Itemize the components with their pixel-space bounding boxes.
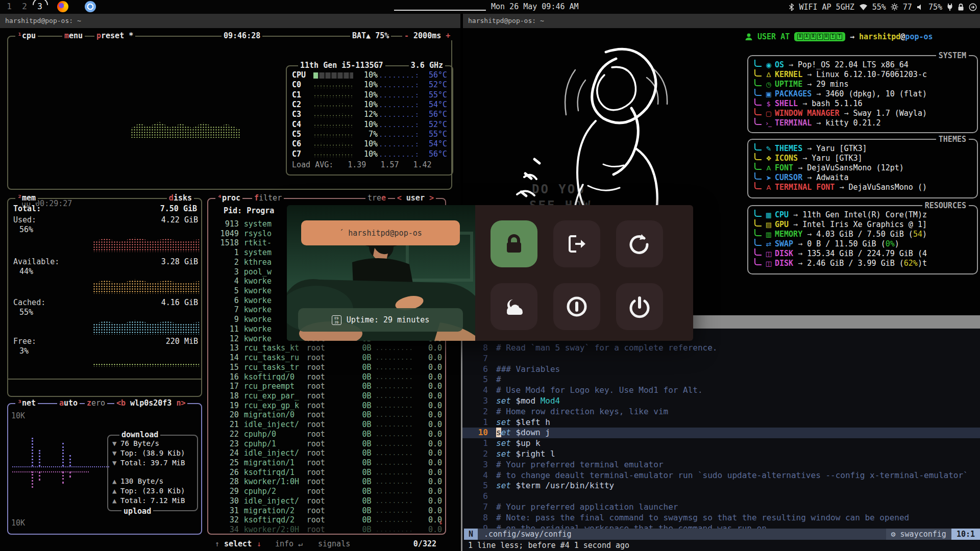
suspend-button[interactable] [491,283,537,330]
firefox-icon[interactable] [57,1,68,12]
process-row[interactable]: 13 rcu_tasks_kt root 0B ......... 0.0 [210,343,442,353]
vim-line[interactable]: 3 # Your preferred terminal emulator [462,460,980,470]
btop-cpu-label[interactable]: ¹cpu [15,31,38,40]
vim-statusline: N .config/sway/config ⚙ swayconfig 10:1 [464,529,980,540]
process-row[interactable]: 17 rcu_preempt root 0B ......... 0.0 [210,382,442,391]
process-row[interactable]: 14 rcu_tasks_ru root 0B ......... 0.0 [210,353,442,363]
right-terminal-titlebar[interactable]: harshitpd@pop-os: ~ [463,14,980,28]
vim-line[interactable]: 2 set $right l [462,449,980,460]
process-row[interactable]: 29 cpuhp/2 root 0B ......... 0.0 [210,487,442,496]
fetch-row: ➤ CURSOR→ Adwaita [753,173,977,183]
fetch-user-line: USER AT HARSHIT → harshitpd@pop-os [745,32,933,41]
btop-clock: 09:46:28 [222,31,262,40]
btop-menu-button[interactable]: menu [62,31,85,40]
process-row[interactable]: 18 rcu_exp_par_ root 0B ......... 0.0 [210,391,442,401]
core-mini-graph [313,92,353,98]
proc-scroll-indicator[interactable]: ↓ [438,517,443,527]
vim-line[interactable]: 8 # Read `man 5 sway` for a complete ref… [462,343,980,354]
tree-connector [754,153,762,160]
logout-circle-icon [969,3,977,11]
process-row[interactable]: 25 migration/1 root 0B ......... 0.0 [210,458,442,468]
proc-filter-button[interactable]: filter [252,193,284,203]
fetch-row: $ SHELL→ bash 5.1.16 [753,99,977,109]
process-row[interactable]: 20 migration/0 root 0B ......... 0.0 [210,410,442,420]
net-zero-toggle[interactable]: zero [85,398,107,408]
process-row[interactable]: 19 rcu_exp_gp_k root 0B ......... 0.0 [210,401,442,411]
vim-line[interactable]: 7 [462,354,980,364]
signals-button[interactable]: signals [316,539,352,548]
vim-line[interactable]: 6 [462,491,980,502]
proc-sort-selector[interactable]: < user > [395,193,436,203]
net-stats-box: download ▼76 Byte/s▼Top: (38.9 Kib)▼Tota… [107,435,198,511]
vim-message-line: 1 line less; before #4 1 second ago [464,540,629,551]
lock-button[interactable] [491,220,537,267]
logout-button[interactable] [553,220,600,267]
volume-value: 75% [928,3,942,12]
process-row[interactable]: 26 ksoftirqd/1 root 0B ......... 0.0 [210,468,442,478]
btop-mem-label[interactable]: ²mem [15,193,38,203]
vim-line[interactable]: 10 set $down j [462,428,980,438]
process-row[interactable]: 32 ksoftirqd/2 root 0B ......... 0.0 [210,515,442,525]
process-row[interactable]: 31 migration/2 root 0B ......... 0.0 [210,506,442,516]
proc-selection-count: 0/322 [412,539,438,548]
btop-preset-button[interactable]: preset * [94,31,135,40]
btop-proc-label[interactable]: ⁴proc [215,193,242,203]
process-row[interactable]: 16 ksoftirqd/0 root 0B ......... 0.0 [210,372,442,382]
process-row[interactable]: 30 idle_inject/ root 0B ......... 0.0 [210,496,442,506]
net-auto-toggle[interactable]: auto [57,398,80,408]
power-menu-user-banner: ´ harshitpd@pop-os [301,220,460,245]
vim-line[interactable]: 3 set $mod Mod4 [462,396,980,407]
btop-disks-toggle[interactable]: disks [167,193,194,203]
process-row[interactable]: 28 kworker/1:0H root 0B ......... 0.0 [210,477,442,487]
mem-entry-graph [93,236,199,252]
vim-line[interactable]: 6 ### Variables [462,364,980,375]
status-tray: WIFI AP 5GHZ 55% 77 75% [789,0,977,14]
cpu-core-row: C3 12% ........: 56°C [292,110,447,119]
vim-line[interactable]: 4 # Use Mod4 for Logo key. Use Mod1 for … [462,385,980,396]
net-stat-row: ▼Top: (38.9 Kib) [112,448,193,458]
btop-interval-control[interactable]: - 2000ms + [402,31,452,40]
fetch-row: ▦ CPU→ 11th Gen Intel(R) Core(TM)z [753,210,977,220]
tree-connector [754,98,762,106]
process-row[interactable]: 22 cpuhp/0 root 0B ......... 0.0 [210,430,442,439]
vim-line[interactable]: 8 # Note: pass the final command to sway… [462,513,980,523]
left-terminal-titlebar[interactable]: harshitpd@pop-os: ~ [0,14,460,28]
lock-icon [958,3,964,11]
net-interface-selector[interactable]: <b wlp0s20f3 n> [114,398,187,408]
cloud-moon-icon [502,294,526,319]
vim-line[interactable]: 2 # Home row direction keys, like vim [462,407,980,417]
select-label[interactable]: select [223,539,253,548]
net-spike [32,471,33,488]
chromium-icon[interactable] [85,1,96,12]
process-row[interactable]: 15 rcu_tasks_tr root 0B ......... 0.0 [210,363,442,372]
select-up[interactable]: ↑ [213,539,221,548]
btop-net-label[interactable]: ³net [15,398,38,408]
vim-line[interactable]: 4 # to change deault terminal-emulator r… [462,470,980,481]
vim-line[interactable]: 7 # Your preferred application launcher [462,502,980,513]
vim-line[interactable]: 5 # [462,374,980,385]
mem-entry-graph [93,363,199,367]
vim-line[interactable]: 5 set $term /usr/bin/kitty [462,481,980,491]
net-stat-row: ▼76 Byte/s [112,439,193,448]
hibernate-button[interactable] [553,283,600,330]
vim-line[interactable]: 1 set $up k [462,438,980,449]
workspace-2[interactable]: 2 [18,2,31,11]
cpu-core-row: C4 10% ........: 52°C [292,119,447,129]
power-menu-buttons [475,205,693,341]
reboot-button[interactable] [616,220,663,267]
tree-connector [754,172,762,180]
process-row[interactable]: 23 cpuhp/1 root 0B ......... 0.0 [210,439,442,449]
select-down[interactable]: ↓ [255,539,263,548]
proc-tree-toggle[interactable]: tree [365,193,388,203]
shutdown-button[interactable] [616,283,663,330]
process-row[interactable]: 34 kworker/2:0H root 0B ......... 0.0 [210,525,442,535]
process-row[interactable]: 21 idle_inject/ root 0B ......... 0.0 [210,420,442,430]
vim-buffer[interactable]: 8 # Read `man 5 sway` for a complete ref… [462,343,980,534]
cpu-core-box: 11th Gen i5-1135G7 3.6 GHz CPU 10% .....… [286,65,453,176]
workspace-1[interactable]: 1 [3,2,15,11]
gear-icon: ⚙ [891,530,896,539]
info-button[interactable]: info ↵ [274,539,304,548]
vim-line[interactable]: 1 set $left h [462,417,980,428]
core-mini-graph [313,82,353,88]
process-row[interactable]: 24 idle_inject/ root 0B ......... 0.0 [210,448,442,458]
